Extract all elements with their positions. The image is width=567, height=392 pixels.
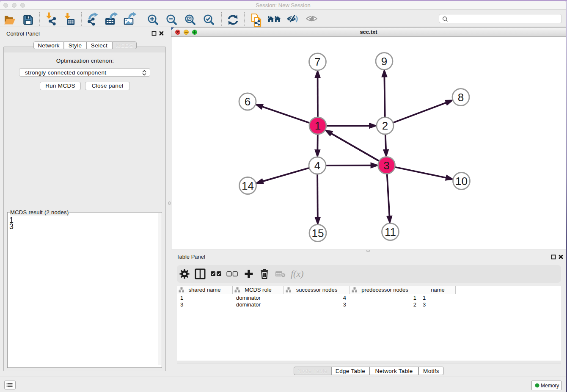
- svg-text:9: 9: [381, 55, 387, 68]
- svg-text:15: 15: [312, 227, 324, 240]
- svg-text:8: 8: [458, 91, 464, 104]
- svg-text:7: 7: [314, 55, 320, 68]
- svg-text:6: 6: [245, 95, 250, 108]
- svg-text:14: 14: [242, 179, 254, 192]
- svg-text:11: 11: [385, 226, 396, 238]
- svg-text:2: 2: [382, 119, 388, 132]
- svg-text:10: 10: [455, 175, 468, 188]
- svg-text:3: 3: [383, 159, 389, 172]
- svg-text:1: 1: [315, 119, 321, 132]
- svg-text:4: 4: [314, 159, 320, 172]
